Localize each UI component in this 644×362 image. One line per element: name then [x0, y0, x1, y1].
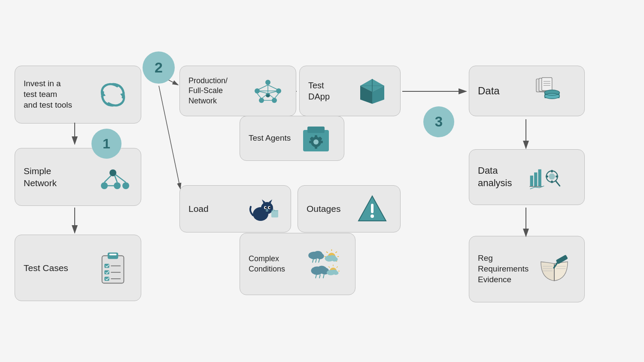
svg-line-135	[556, 181, 559, 186]
data-box: Data	[469, 66, 585, 116]
svg-line-107	[337, 266, 338, 268]
svg-point-112	[333, 271, 338, 275]
chart-analysis-icon	[516, 158, 576, 196]
test-dapp-label: TestDApp	[308, 80, 330, 102]
svg-line-5	[159, 86, 180, 189]
svg-line-16	[104, 175, 111, 182]
load-box: Load	[179, 185, 291, 232]
network-icon	[94, 158, 132, 196]
recycle-icon	[94, 75, 132, 114]
svg-rect-131	[551, 170, 553, 172]
complex-conditions-label: Complex Conditions	[249, 254, 285, 274]
test-cases-box: Test Cases	[15, 235, 141, 301]
svg-point-15	[109, 169, 116, 176]
load-icon	[243, 190, 282, 228]
svg-rect-126	[534, 172, 537, 187]
svg-line-109	[328, 266, 330, 268]
svg-line-41	[257, 85, 268, 90]
svg-point-61	[313, 139, 319, 145]
svg-rect-22	[109, 253, 117, 255]
simple-network-label: Simple Network	[24, 165, 57, 189]
simple-network-box: Simple Network	[15, 148, 141, 206]
reg-requirements-box: Reg Requirements Evidence	[469, 236, 585, 302]
svg-point-35	[265, 80, 270, 85]
svg-line-102	[316, 275, 316, 278]
svg-rect-62	[315, 135, 317, 139]
invest-box: Invest in a test team and test tools	[15, 66, 141, 124]
svg-rect-21	[108, 252, 118, 259]
svg-line-17	[115, 175, 117, 182]
svg-line-42	[268, 85, 279, 90]
svg-line-45	[274, 94, 279, 99]
full-network-icon	[249, 72, 287, 110]
svg-point-85	[316, 253, 324, 259]
data-analysis-box: Data analysis	[469, 149, 585, 205]
svg-line-79	[273, 209, 275, 211]
svg-point-69	[261, 202, 273, 214]
clipboard-icon	[94, 249, 132, 287]
svg-point-130	[549, 173, 555, 180]
warning-icon	[353, 190, 392, 228]
svg-rect-59	[307, 127, 325, 133]
svg-rect-133	[546, 175, 548, 177]
svg-point-82	[371, 214, 374, 218]
svg-rect-64	[309, 141, 313, 143]
data-analysis-label: Data analysis	[478, 165, 512, 189]
svg-line-103	[319, 275, 320, 278]
book-icon	[529, 250, 580, 289]
badge-2: 2	[143, 51, 175, 84]
data-label: Data	[478, 84, 500, 97]
svg-rect-125	[530, 175, 533, 186]
cube-icon	[353, 72, 392, 110]
svg-point-98	[331, 257, 337, 262]
svg-rect-127	[538, 169, 541, 187]
outages-label: Outages	[307, 203, 340, 214]
svg-line-91	[335, 251, 337, 253]
test-agents-box: Test Agents	[240, 116, 344, 161]
badge-3: 3	[423, 106, 454, 137]
svg-rect-134	[556, 175, 558, 177]
svg-rect-23	[104, 264, 109, 268]
reg-requirements-label: Reg Requirements Evidence	[478, 253, 529, 285]
svg-rect-65	[319, 141, 323, 143]
test-agents-label: Test Agents	[249, 133, 291, 144]
svg-rect-31	[104, 277, 109, 281]
svg-rect-63	[315, 145, 317, 149]
production-network-label: Production/ Full-Scale Network	[188, 76, 228, 106]
test-cases-label: Test Cases	[24, 262, 68, 274]
test-dapp-box: TestDApp	[299, 66, 401, 116]
svg-line-104	[323, 275, 324, 278]
svg-point-75	[269, 207, 270, 208]
svg-point-74	[265, 207, 267, 208]
svg-line-86	[313, 259, 313, 262]
complex-conditions-box: Complex Conditions	[240, 233, 355, 295]
svg-point-14	[122, 182, 129, 189]
svg-line-44	[257, 94, 261, 99]
load-label: Load	[188, 203, 209, 214]
data-icon	[524, 72, 576, 110]
svg-rect-81	[371, 204, 374, 213]
svg-point-76	[266, 209, 268, 211]
svg-rect-115	[542, 78, 552, 90]
badge-1: 1	[91, 129, 122, 159]
svg-line-87	[316, 259, 316, 262]
svg-line-88	[319, 259, 319, 262]
svg-rect-27	[104, 270, 109, 274]
production-network-box: Production/ Full-Scale Network	[179, 66, 296, 116]
svg-rect-77	[271, 211, 278, 217]
svg-line-94	[326, 251, 328, 253]
svg-rect-132	[551, 181, 553, 183]
outages-box: Outages	[298, 185, 401, 232]
gear-box-icon	[297, 119, 335, 158]
invest-label: Invest in a test team and test tools	[24, 78, 72, 110]
weather-icon	[299, 241, 346, 288]
diagram-container: Invest in a test team and test tools 1 S…	[0, 0, 644, 362]
